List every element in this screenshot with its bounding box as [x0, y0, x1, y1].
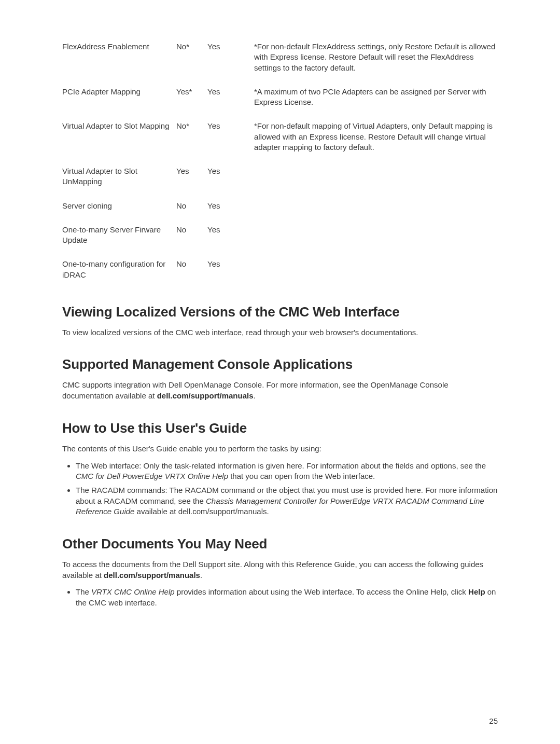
text-fragment: provides information about using the Web… [175, 587, 468, 596]
cell-enterprise: Yes [207, 121, 249, 153]
cell-enterprise: Yes [207, 201, 249, 211]
heading-other: Other Documents You May Need [62, 536, 498, 552]
list-item: The RACADM commands: The RACADM command … [76, 485, 498, 517]
cell-note [249, 201, 498, 211]
heading-localized: Viewing Localized Versions of the CMC We… [62, 304, 498, 320]
text-fragment: that you can open from the Web interface… [228, 472, 375, 480]
cell-express: No [176, 225, 207, 246]
text-localized: To view localized versions of the CMC we… [62, 327, 498, 338]
list-item: The Web interface: Only the task-related… [76, 461, 498, 482]
text-other-intro: To access the documents from the Dell Su… [62, 559, 498, 581]
text-fragment: available at dell.com/support/manuals. [134, 507, 269, 516]
body-management: CMC supports integration with Dell OpenM… [62, 380, 498, 401]
text-italic: CMC for Dell PowerEdge VRTX Online Help [76, 472, 228, 480]
cell-express: Yes [176, 166, 207, 187]
heading-howto: How to Use this User's Guide [62, 420, 498, 436]
cell-note: *A maximum of two PCIe Adapters can be a… [249, 87, 498, 108]
list-item: The VRTX CMC Online Help provides inform… [76, 587, 498, 608]
text-fragment: The [76, 587, 91, 596]
text-howto-intro: The contents of this User's Guide enable… [62, 444, 498, 454]
cell-feature: PCIe Adapter Mapping [62, 87, 176, 108]
text-bold: Help [468, 587, 485, 596]
body-howto: The contents of this User's Guide enable… [62, 444, 498, 517]
text-bold: dell.com/support/manuals [157, 391, 254, 400]
cell-feature: FlexAddress Enablement [62, 42, 176, 73]
body-other: To access the documents from the Dell Su… [62, 559, 498, 609]
cell-enterprise: Yes [207, 87, 249, 108]
cell-express: No* [176, 121, 207, 153]
cell-feature: One-to-many Server Firware Update [62, 225, 176, 246]
cell-note [249, 166, 498, 187]
cell-note: *For non-default mapping of Virtual Adap… [249, 121, 498, 153]
text-fragment: The Web interface: Only the task-related… [76, 461, 486, 470]
cell-feature: Virtual Adapter to Slot Mapping [62, 121, 176, 153]
text-fragment: . [200, 571, 202, 580]
cell-express: Yes* [176, 87, 207, 108]
text-italic: VRTX CMC Online Help [91, 587, 175, 596]
text-fragment: . [254, 391, 256, 400]
cell-note [249, 259, 498, 280]
text-management: CMC supports integration with Dell OpenM… [62, 380, 498, 401]
text-bold: dell.com/support/manuals [104, 571, 200, 580]
table-row: One-to-many Server Firware Update No Yes [62, 225, 498, 246]
cell-express: No* [176, 42, 207, 73]
feature-table: FlexAddress Enablement No* Yes *For non-… [62, 42, 498, 280]
cell-express: No [176, 201, 207, 211]
table-row: Virtual Adapter to Slot UnMapping Yes Ye… [62, 166, 498, 187]
table-row: PCIe Adapter Mapping Yes* Yes *A maximum… [62, 87, 498, 108]
cell-note: *For non-default FlexAddress settings, o… [249, 42, 498, 73]
table-row: One-to-many configuration for iDRAC No Y… [62, 259, 498, 280]
bullet-list-other: The VRTX CMC Online Help provides inform… [62, 587, 498, 608]
table-row: Server cloning No Yes [62, 201, 498, 211]
page-number: 25 [489, 717, 498, 725]
cell-enterprise: Yes [207, 42, 249, 73]
body-localized: To view localized versions of the CMC we… [62, 327, 498, 338]
cell-feature: Virtual Adapter to Slot UnMapping [62, 166, 176, 187]
table-row: FlexAddress Enablement No* Yes *For non-… [62, 42, 498, 73]
cell-enterprise: Yes [207, 166, 249, 187]
cell-feature: Server cloning [62, 201, 176, 211]
cell-enterprise: Yes [207, 225, 249, 246]
cell-enterprise: Yes [207, 259, 249, 280]
table-row: Virtual Adapter to Slot Mapping No* Yes … [62, 121, 498, 153]
bullet-list-howto: The Web interface: Only the task-related… [62, 461, 498, 517]
heading-management: Supported Management Console Application… [62, 356, 498, 373]
cell-express: No [176, 259, 207, 280]
cell-feature: One-to-many configuration for iDRAC [62, 259, 176, 280]
cell-note [249, 225, 498, 246]
